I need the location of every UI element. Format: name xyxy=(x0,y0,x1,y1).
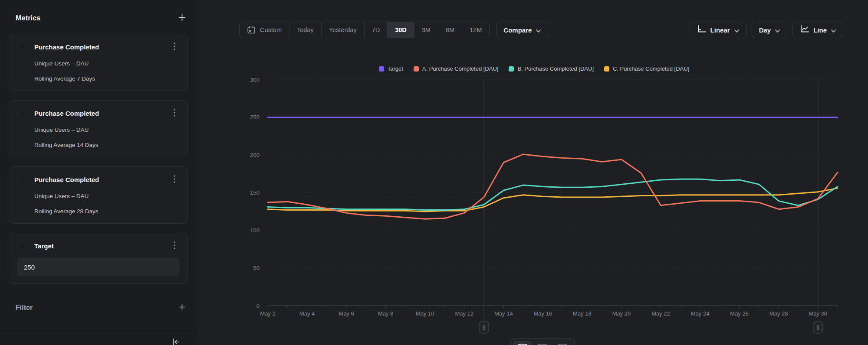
x-axis-label: May 18 xyxy=(573,310,592,317)
metric-card-c: C Purchase Completed Unique Users – DAU … xyxy=(9,166,188,224)
metric-options-button[interactable] xyxy=(169,108,180,118)
svg-text:1: 1 xyxy=(482,324,485,331)
interval-selector-button[interactable]: Day xyxy=(752,22,788,38)
linear-scale-icon xyxy=(697,25,706,35)
metric-title: Purchase Completed xyxy=(34,176,169,183)
metric-options-button[interactable] xyxy=(169,174,180,185)
metric-title: Purchase Completed xyxy=(34,43,169,51)
chevron-down-icon xyxy=(536,26,541,34)
metric-measure: Unique Users – DAU xyxy=(17,192,180,200)
x-axis-label: May 26 xyxy=(730,310,749,317)
line-chart-icon xyxy=(800,25,809,35)
range-label: Yesterday xyxy=(329,26,357,33)
range-segment-30d[interactable]: 30D xyxy=(388,22,414,38)
range-label: 6M xyxy=(446,26,454,33)
x-axis-label: May 16 xyxy=(534,310,552,317)
x-axis-label: May 2 xyxy=(260,310,275,317)
target-options-button[interactable] xyxy=(169,241,180,251)
y-axis-label: 150 xyxy=(250,189,260,196)
target-value-input[interactable] xyxy=(17,258,180,276)
chevron-down-icon xyxy=(831,26,836,34)
chart-panel: CustomTodayYesterday7D30D3M6M12M Compare… xyxy=(200,0,868,345)
metric-badge-a: A xyxy=(17,41,28,52)
x-axis-label: May 14 xyxy=(494,310,513,317)
collapse-left-icon xyxy=(172,338,180,345)
kebab-icon xyxy=(174,42,175,52)
y-axis-label: 50 xyxy=(253,265,260,271)
metric-rolling-average: Rolling Average 7 Days xyxy=(17,75,180,83)
target-badge-d: D xyxy=(17,240,28,251)
plus-icon xyxy=(178,14,186,23)
svg-text:1: 1 xyxy=(816,324,819,331)
range-segment-3m[interactable]: 3M xyxy=(414,22,438,38)
x-axis-label: May 8 xyxy=(378,310,393,317)
chart-view-toggle xyxy=(510,338,575,345)
metric-badge-c: C xyxy=(17,174,28,185)
range-label: 12M xyxy=(470,26,482,33)
metric-badge-b: B xyxy=(17,107,28,119)
range-label: Today xyxy=(297,26,314,33)
app: Metrics A Purchase Completed Unique User… xyxy=(0,0,868,345)
annotation-badge[interactable]: 1 xyxy=(813,321,823,333)
metrics-sidebar: Metrics A Purchase Completed Unique User… xyxy=(0,0,200,345)
range-segment-today[interactable]: Today xyxy=(289,22,322,38)
chevron-down-icon xyxy=(734,26,739,34)
range-label: Custom xyxy=(260,26,282,33)
add-filter-button[interactable] xyxy=(177,303,187,313)
filter-section: Filter xyxy=(9,293,188,313)
plus-icon xyxy=(178,303,186,312)
x-axis-label: May 24 xyxy=(691,310,710,317)
details-view-button[interactable] xyxy=(553,341,572,345)
kebab-icon xyxy=(174,175,175,184)
chevron-down-icon xyxy=(775,26,780,34)
compare-label: Compare xyxy=(503,26,532,34)
x-axis-label: May 4 xyxy=(299,310,315,317)
x-axis-label: May 10 xyxy=(416,310,434,317)
filter-title: Filter xyxy=(16,304,33,312)
x-axis-label: May 6 xyxy=(339,310,354,317)
collapse-sidebar-button[interactable] xyxy=(171,337,181,345)
add-metric-button[interactable] xyxy=(177,13,187,23)
metric-measure: Unique Users – DAU xyxy=(17,126,180,134)
annotation-badge[interactable]: 1 xyxy=(479,321,489,333)
y-axis-label: 100 xyxy=(250,227,260,234)
range-segment-12m[interactable]: 12M xyxy=(462,22,489,38)
y-axis-label: 0 xyxy=(256,303,260,309)
date-range-selector: CustomTodayYesterday7D30D3M6M12M xyxy=(239,22,490,38)
chart-view-button[interactable] xyxy=(513,341,532,345)
metric-card-a: A Purchase Completed Unique Users – DAU … xyxy=(9,34,188,91)
metric-card-b: B Purchase Completed Unique Users – DAU … xyxy=(9,100,188,157)
y-axis-label: 250 xyxy=(250,114,260,120)
target-title: Target xyxy=(34,242,169,250)
chart-type-label: Line xyxy=(813,26,827,34)
range-segment-yesterday[interactable]: Yesterday xyxy=(322,22,365,38)
sidebar-header: Metrics xyxy=(9,0,188,23)
x-axis-label: May 12 xyxy=(455,310,473,317)
compare-button[interactable]: Compare xyxy=(496,22,548,38)
range-label: 7D xyxy=(372,26,380,33)
chart-toolbar: CustomTodayYesterday7D30D3M6M12M Compare… xyxy=(239,22,843,38)
metric-rolling-average: Rolling Average 14 Days xyxy=(17,141,180,149)
range-segment-7d[interactable]: 7D xyxy=(365,22,388,38)
sidebar-divider xyxy=(0,330,200,330)
x-axis-label: May 22 xyxy=(651,310,670,317)
kebab-icon xyxy=(174,109,175,118)
table-view-button[interactable] xyxy=(533,341,552,345)
range-label: 3M xyxy=(422,26,431,33)
scale-selector-button[interactable]: Linear xyxy=(690,22,746,38)
interval-label: Day xyxy=(759,26,771,34)
calendar-icon xyxy=(247,26,256,34)
y-axis-label: 300 xyxy=(250,77,260,83)
kebab-icon xyxy=(174,241,175,251)
line-chart[interactable]: 050100150200250300May 2May 4May 6May 8Ma… xyxy=(200,50,868,345)
series-line[interactable] xyxy=(268,188,838,212)
x-axis-label: May 28 xyxy=(769,310,788,317)
range-segment-6m[interactable]: 6M xyxy=(438,22,462,38)
range-segment-custom[interactable]: Custom xyxy=(240,22,289,38)
metric-measure: Unique Users – DAU xyxy=(17,59,180,68)
x-axis-label: May 20 xyxy=(612,310,631,317)
metric-options-button[interactable] xyxy=(169,42,180,52)
chart-type-selector-button[interactable]: Line xyxy=(792,22,843,38)
scale-label: Linear xyxy=(710,26,730,34)
target-card: D Target xyxy=(9,233,188,284)
